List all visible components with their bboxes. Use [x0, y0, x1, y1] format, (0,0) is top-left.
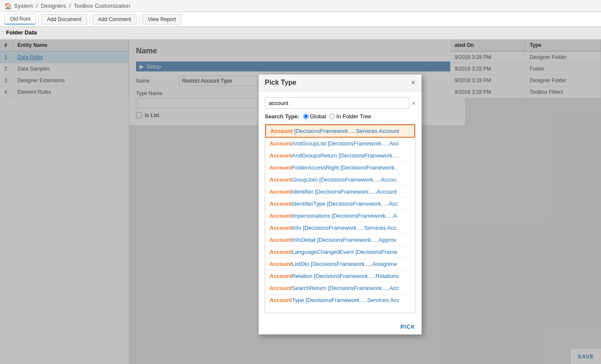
modal-body: × Search Type: Global In Folder Tree Acc… [259, 91, 421, 319]
result-highlight: Account [270, 140, 292, 147]
search-type-label: Search Type: [265, 113, 300, 120]
search-input[interactable] [265, 97, 409, 109]
add-document-button[interactable]: Add Document [41, 14, 87, 25]
result-highlight: Account [270, 261, 292, 267]
modal-close-button[interactable]: × [411, 79, 415, 86]
result-item[interactable]: Account [DecisionsFramework.....Services… [265, 124, 415, 138]
result-namespace: InfoDetail [DecisionsFramework.....Appro… [292, 237, 397, 243]
result-highlight: Account [270, 176, 292, 183]
old-root-button[interactable]: Old Root [4, 14, 36, 25]
radio-folder-tree-input[interactable] [329, 114, 335, 119]
result-namespace: Info [DecisionsFramework.....Services.Ac… [292, 225, 397, 231]
toolbar-sep-3 [139, 15, 139, 24]
result-highlight: Account [270, 285, 292, 291]
page-title: Folder Data [0, 27, 601, 40]
radio-folder-tree-label: In Folder Tree [336, 113, 371, 120]
radio-global[interactable]: Global [303, 113, 326, 120]
result-namespace: LanguageChangedEvent [DecisionsFrame [292, 249, 397, 255]
result-item[interactable]: AccountIdentifierType [DecisionsFramewor… [265, 198, 415, 210]
result-namespace: Impersonations [DecisionsFramework.....A [292, 213, 397, 219]
home-icon[interactable]: 🏠 [4, 3, 12, 9]
result-namespace: IdentifierType [DecisionsFramework.....A… [292, 201, 398, 207]
result-namespace: Type [DecisionsFramework.....Services.Ac… [292, 297, 400, 303]
result-item[interactable]: AccountType [DecisionsFramework.....Serv… [265, 294, 415, 306]
result-item[interactable]: AccountGroupJoin [DecisionsFramework....… [265, 174, 415, 186]
result-namespace: AndGroupList [DecisionsFramework.....Ass [292, 140, 399, 147]
search-row: × [265, 97, 415, 109]
result-namespace: [DecisionsFramework.....Services.Account [293, 128, 399, 134]
result-item[interactable]: AccountInfoDetail [DecisionsFramework...… [265, 234, 415, 246]
result-highlight: Account [270, 188, 292, 195]
toolbar-sep-2 [90, 15, 90, 24]
result-namespace: ListDto [DecisionsFramework.....Assignme [292, 261, 397, 267]
modal-footer: PICK [259, 319, 421, 334]
result-highlight: Account [270, 164, 292, 171]
result-item[interactable]: AccountInfo [DecisionsFramework.....Serv… [265, 222, 415, 234]
result-namespace: GroupJoin [DecisionsFramework.....Accou [292, 176, 397, 183]
breadcrumb: System / Designers / Toolbox Customizati… [14, 3, 130, 9]
result-item[interactable]: AccountRelation [DecisionsFramework.....… [265, 270, 415, 282]
top-nav: 🏠 System / Designers / Toolbox Customiza… [0, 0, 601, 12]
toolbar-sep-1 [38, 15, 39, 24]
result-namespace: FolderAccessRight [DecisionsFramework.. [292, 164, 397, 171]
result-highlight: Account [270, 297, 292, 303]
result-highlight: Account [270, 152, 292, 159]
result-item[interactable]: AccountListDto [DecisionsFramework.....A… [265, 258, 415, 270]
pick-button[interactable]: PICK [400, 324, 415, 330]
pick-type-modal: Pick Type × × Search Type: Global In [258, 74, 422, 335]
radio-folder-tree[interactable]: In Folder Tree [329, 113, 371, 120]
result-item[interactable]: AccountSearchReturn [DecisionsFramework.… [265, 282, 415, 294]
search-clear-button[interactable]: × [412, 100, 415, 107]
breadcrumb-toolbox[interactable]: Toolbox Customization [74, 3, 130, 9]
toolbar: Old Root Add Document Add Comment View R… [0, 12, 601, 27]
result-item[interactable]: AccountIdentifier [DecisionsFramework...… [265, 186, 415, 198]
main-area: # Entity Name 1Data Rules2Data Samples3D… [0, 40, 601, 364]
right-area: Name ▶ Setup Name Type Name ▼ Is List [129, 40, 601, 364]
result-item[interactable]: AccountAndGroupsReturn [DecisionsFramewo… [265, 150, 415, 162]
result-item[interactable]: AccountAndGroupList [DecisionsFramework.… [265, 138, 415, 150]
result-highlight: Account [270, 273, 292, 279]
result-namespace: AndGroupsReturn [DecisionsFramework.... [292, 152, 399, 159]
result-namespace: SearchReturn [DecisionsFramework.....Acc [292, 285, 399, 291]
result-highlight: Account [270, 225, 292, 231]
modal-title: Pick Type [265, 79, 297, 86]
add-comment-button[interactable]: Add Comment [93, 14, 137, 25]
result-item[interactable]: AccountFolderAccessRight [DecisionsFrame… [265, 162, 415, 174]
breadcrumb-designers[interactable]: Designers [41, 3, 66, 9]
breadcrumb-system[interactable]: System [14, 3, 33, 9]
result-highlight: Account [270, 201, 292, 207]
view-report-button[interactable]: View Report [142, 14, 181, 25]
result-highlight: Account [270, 249, 292, 255]
result-highlight: Account [270, 213, 292, 219]
results-list[interactable]: Account [DecisionsFramework.....Services… [265, 124, 415, 313]
result-namespace: Identifier [DecisionsFramework.....Accou… [292, 188, 397, 195]
result-item[interactable]: AccountLanguageChangedEvent [DecisionsFr… [265, 246, 415, 258]
radio-global-input[interactable] [303, 114, 309, 119]
search-type-row: Search Type: Global In Folder Tree [265, 113, 415, 120]
result-highlight: Account [270, 128, 293, 134]
result-highlight: Account [270, 237, 292, 243]
modal-header: Pick Type × [259, 74, 421, 91]
result-item[interactable]: AccountImpersonations [DecisionsFramewor… [265, 210, 415, 222]
result-namespace: Relation [DecisionsFramework.....Relatio… [292, 273, 399, 279]
radio-global-label: Global [310, 113, 326, 120]
